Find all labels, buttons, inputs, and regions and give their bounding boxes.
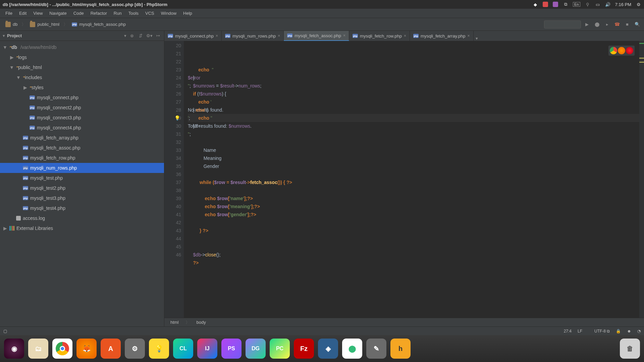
line-gutter[interactable]: 2021222324252627282930313233343536373839… [164,41,184,318]
collapse-all-icon[interactable]: ⇵ [137,33,144,39]
tree-label: mysqli_fetch_assoc.php [30,145,80,150]
menu-code[interactable]: Code [70,9,87,17]
dock-pycharm[interactable]: PC [270,339,290,359]
tab-dropdown[interactable]: ▾ [474,36,480,41]
memory-icon[interactable]: ◔ [637,329,641,334]
menu-vcs[interactable]: VCS [142,9,158,17]
dock-firefox[interactable]: 🦊 [76,339,97,359]
coverage-button[interactable]: ▸ [603,20,611,28]
dock-app3[interactable]: h [390,339,411,359]
tree-item-mysqli_num_rows-php[interactable]: phpmysqli_num_rows.php [0,163,164,173]
tree-item-mysqli_test3-php[interactable]: phpmysqli_test3.php [0,193,164,203]
tree-item-logs[interactable]: ▶logs [0,52,164,62]
tree-item-mysqli_connect-php[interactable]: phpmysqli_connect.php [0,93,164,103]
tree-item-mysqli_fetch_assoc-php[interactable]: phpmysqli_fetch_assoc.php [0,143,164,153]
close-icon[interactable]: × [278,34,280,38]
app-tray-icon[interactable] [553,2,558,7]
close-icon[interactable]: × [404,34,406,38]
menu-window[interactable]: Window [158,9,180,17]
bluetooth-icon[interactable]: ⚲ [585,2,590,7]
dock-files[interactable]: 🗂 [28,339,48,359]
tree-item-access-log[interactable]: access.log [0,213,164,223]
menu-help[interactable]: Help [180,9,196,17]
volume-icon[interactable]: 🔊 [605,2,610,7]
dock-virtualbox[interactable]: ◈ [318,339,338,359]
read-only-toggle-icon[interactable]: 🔒 [616,329,621,334]
dock-app2[interactable]: ✎ [366,339,386,359]
wifi-icon[interactable]: ⧉ [563,2,568,7]
tab-mysqli_num_rows-php[interactable]: phpmysqli_num_rows.php× [222,31,284,41]
tree-item-mysqli_fetch_row-php[interactable]: phpmysqli_fetch_row.php [0,153,164,163]
run-config-selector[interactable] [544,20,581,28]
menu-run[interactable]: Run [110,9,125,17]
search-everywhere-button[interactable]: 🔍 [633,20,641,28]
dock-trash[interactable]: 🗑 [620,339,640,359]
menu-refactor[interactable]: Refactor [87,9,110,17]
tree-item-mysqli_connect4-php[interactable]: phpmysqli_connect4.php [0,123,164,133]
chrome-icon[interactable] [610,47,617,54]
dock-ubuntu[interactable]: ◉ [4,339,24,359]
editor-scrollbar[interactable] [639,41,644,318]
hide-icon[interactable]: ↦ [155,33,161,39]
dock-clion[interactable]: CL [173,339,193,359]
dock-notes[interactable]: 💡 [149,339,169,359]
project-title[interactable]: Project [7,33,122,38]
scroll-from-source-icon[interactable]: ⊕ [128,33,135,39]
tree-item-mysqli_connect3-php[interactable]: phpmysqli_connect3.php [0,113,164,123]
tree-root[interactable]: ▼ db /var/www/html/db [0,42,164,52]
tree-item-mysqli_connect2-php[interactable]: phpmysqli_connect2.php [0,103,164,113]
tree-item-styles[interactable]: ▶styles [0,82,164,93]
opera-icon[interactable] [626,47,633,54]
menu-view[interactable]: View [30,9,46,17]
listen-debug-button[interactable]: ☎ [613,20,621,28]
tool-window-toggle-icon[interactable]: ▢ [3,329,7,334]
tab-mysqli_fetch_array-php[interactable]: phpmysqli_fetch_array.php× [410,31,473,41]
run-button[interactable]: ▶ [583,20,591,28]
notification-icon[interactable] [543,2,548,7]
dock-intellij[interactable]: IJ [197,339,217,359]
dock-software[interactable]: A [101,339,121,359]
tab-mysqli_fetch_assoc-php[interactable]: phpmysqli_fetch_assoc.php× [284,31,349,41]
dock-filezilla[interactable]: Fz [294,339,314,359]
settings-icon[interactable]: ⚙▾ [146,33,153,39]
stop-button[interactable]: ■ [623,20,631,28]
breadcrumb-db[interactable]: db [3,21,20,28]
dock-datagrip[interactable]: DG [246,339,266,359]
debug-button[interactable]: ⬤ [593,20,601,28]
caret-position[interactable]: 27:4 [564,329,572,334]
line-separator[interactable]: LF [578,329,582,334]
menu-navigate[interactable]: Navigate [46,9,70,17]
close-icon[interactable]: × [343,33,345,38]
tree-item-mysqli_test4-php[interactable]: phpmysqli_test4.php [0,203,164,213]
dock-settings[interactable]: ⚙ [125,339,145,359]
tree-item-public_html[interactable]: ▼public_html [0,62,164,72]
battery-icon[interactable]: ▭ [595,2,600,7]
code-editor[interactable]: echo "$error"; } $numrows = $result->num… [184,41,639,318]
tree-item-includes[interactable]: ▼includes [0,72,164,82]
menu-tools[interactable]: Tools [125,9,142,17]
dropbox-icon[interactable]: ◆ [533,2,538,7]
tree-item-mysqli_fetch_array-php[interactable]: phpmysqli_fetch_array.php [0,133,164,143]
dock-chrome[interactable] [52,339,72,359]
language-indicator[interactable]: En [573,2,580,7]
breadcrumb-file[interactable]: php mysqli_fetch_assoc.php [69,21,128,28]
power-icon[interactable]: ⚙ [636,2,641,7]
crumb-html[interactable]: html [170,320,179,325]
menu-file[interactable]: File [2,9,16,17]
tree-item-mysqli_test-php[interactable]: phpmysqli_test.php [0,173,164,183]
menu-edit[interactable]: Edit [16,9,30,17]
close-icon[interactable]: × [468,34,470,38]
dock-phpstorm[interactable]: PS [221,339,241,359]
tab-mysqli_connect-php[interactable]: phpmysqli_connect.php× [164,31,222,41]
file-encoding[interactable]: UTF-8 ⧉ [588,329,610,334]
tree-item-mysqli_test2-php[interactable]: phpmysqli_test2.php [0,183,164,193]
clock[interactable]: 7:16 PM [615,2,631,7]
breadcrumb-public-html[interactable]: public_html [27,21,62,28]
tab-mysqli_fetch_row-php[interactable]: phpmysqli_fetch_row.php× [349,31,410,41]
external-libraries[interactable]: ▶ External Libraries [0,223,164,233]
crumb-body[interactable]: body [197,320,206,325]
close-icon[interactable]: × [216,34,218,38]
firefox-icon[interactable] [618,47,625,54]
inspection-icon[interactable]: ☻ [627,329,631,334]
dock-app1[interactable]: ⬤ [342,339,362,359]
